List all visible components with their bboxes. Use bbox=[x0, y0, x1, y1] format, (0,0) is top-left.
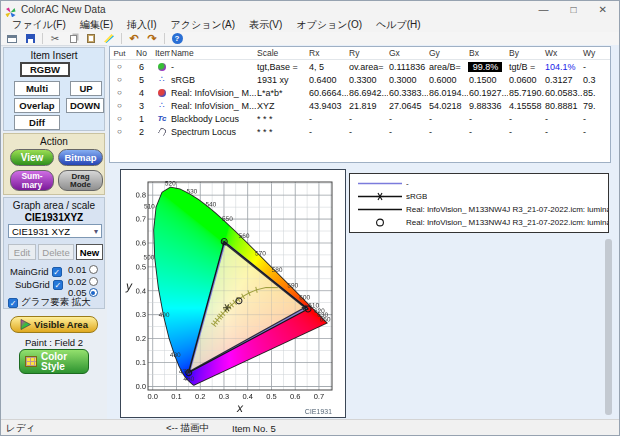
maximize-button[interactable]: □ bbox=[571, 4, 577, 15]
copy-icon[interactable] bbox=[65, 32, 81, 45]
minimize-button[interactable]: — bbox=[539, 4, 549, 15]
menu-item-4[interactable]: 表示(V) bbox=[242, 17, 289, 33]
graph-zoom-checkbox[interactable]: ✓ bbox=[8, 298, 18, 308]
grid-002-label: 0.02 bbox=[68, 276, 87, 287]
menu-item-3[interactable]: アクション(A) bbox=[164, 17, 243, 33]
put-marker[interactable]: ○ bbox=[110, 101, 128, 110]
menubar: ファイル(F)編集(E)挿入(I)アクション(A)表示(V)オプション(O)ヘル… bbox=[1, 17, 619, 32]
col-header-put[interactable]: Put bbox=[110, 49, 128, 58]
put-marker[interactable]: ○ bbox=[110, 62, 128, 71]
item-insert-panel: Item Insert RGBW Multi UP Overlap DOWN D… bbox=[3, 47, 105, 131]
maingrid-checkbox[interactable]: ✓ bbox=[52, 267, 62, 277]
view-button[interactable]: View bbox=[10, 149, 54, 166]
visible-area-button[interactable]: Visible Area bbox=[10, 316, 98, 333]
rgb-triangle-icon: ∴ bbox=[154, 74, 170, 85]
overlap-button[interactable]: Overlap bbox=[14, 98, 60, 113]
toolbar-separator bbox=[164, 33, 165, 44]
graph-scale-panel: Graph area / scale CIE1931XYZ CIE1931 XY… bbox=[3, 197, 105, 309]
put-marker[interactable]: ○ bbox=[110, 88, 128, 97]
item-insert-title: Item Insert bbox=[4, 50, 104, 61]
value-cell: 86.6942... bbox=[348, 88, 388, 98]
vertical-scrollbar[interactable] bbox=[605, 239, 612, 415]
paste-icon[interactable] bbox=[83, 32, 99, 45]
up-button[interactable]: UP bbox=[70, 81, 102, 96]
statusbar: レディ <-- 描画中 Item No. 5 bbox=[1, 419, 619, 436]
scale-select[interactable]: CIE1931 XYZ ▾ bbox=[8, 224, 102, 238]
new-button[interactable]: New bbox=[76, 244, 103, 260]
toolbar-separator bbox=[42, 33, 43, 44]
rgbw-button[interactable]: RGBW bbox=[20, 62, 70, 77]
value-cell: 104.1% bbox=[544, 62, 582, 72]
menu-item-1[interactable]: 編集(E) bbox=[73, 17, 120, 33]
item-name: Real: InfoVision_ M... bbox=[170, 101, 256, 111]
col-header-by[interactable]: By bbox=[508, 48, 544, 58]
down-button[interactable]: DOWN bbox=[66, 98, 104, 113]
table-header-row: PutNoItemNameScaleRxRyGxGyBxByWxWy bbox=[110, 47, 610, 60]
summary-label-2: mary bbox=[22, 181, 42, 190]
menu-item-5[interactable]: オプション(O) bbox=[289, 17, 369, 33]
save-icon[interactable] bbox=[22, 32, 38, 45]
grid-001-radio[interactable] bbox=[89, 265, 98, 274]
put-marker[interactable]: ○ bbox=[110, 127, 128, 136]
col-header-item[interactable]: Item bbox=[154, 48, 170, 58]
items-table[interactable]: PutNoItemNameScaleRxRyGxGyBxByWxWy○6-tgt… bbox=[109, 46, 611, 163]
titlebar: ColorAC New Data — □ ✕ bbox=[1, 1, 619, 17]
menu-item-6[interactable]: ヘルプ(H) bbox=[369, 17, 428, 33]
col-header-ry[interactable]: Ry bbox=[348, 48, 388, 58]
grid-002-radio[interactable] bbox=[89, 277, 98, 286]
value-cell: 0.111836 bbox=[388, 62, 428, 72]
value-cell: - bbox=[468, 127, 508, 137]
bottom-panel: Visible Area Paint : Field 2 ColorStyle … bbox=[3, 311, 105, 417]
table-row[interactable]: ○5∴sRGB1931 xy0.64000.33000.30000.60000.… bbox=[110, 73, 610, 86]
table-row[interactable]: ○1TcBlackbody Locus* * *-------- bbox=[110, 112, 610, 125]
table-row[interactable]: ○6-tgt,Base =4, 5ov.area=0.111836area/B=… bbox=[110, 60, 610, 73]
color-style-icon bbox=[25, 356, 37, 367]
summary-button[interactable]: Sum- mary bbox=[10, 170, 54, 191]
col-header-gy[interactable]: Gy bbox=[428, 48, 468, 58]
col-header-rx[interactable]: Rx bbox=[308, 48, 348, 58]
value-cell: - bbox=[308, 127, 348, 137]
diff-button[interactable]: Diff bbox=[14, 115, 60, 130]
window-title: ColorAC New Data bbox=[21, 4, 105, 15]
menu-item-2[interactable]: 挿入(I) bbox=[120, 17, 163, 33]
value-cell: 0.1500 bbox=[468, 75, 508, 85]
new-window-icon[interactable] bbox=[4, 32, 20, 45]
col-header-wx[interactable]: Wx bbox=[544, 48, 582, 58]
brush-icon[interactable] bbox=[101, 32, 117, 45]
subgrid-checkbox[interactable]: ✓ bbox=[53, 280, 63, 290]
delete-button[interactable]: Delete bbox=[38, 244, 74, 260]
value-cell: - bbox=[348, 127, 388, 137]
status-drawing: <-- 描画中 bbox=[166, 422, 228, 435]
put-marker[interactable]: ○ bbox=[110, 114, 128, 123]
col-header-no[interactable]: No bbox=[128, 48, 154, 58]
value-cell: 60.1927... bbox=[468, 88, 508, 98]
edit-button[interactable]: Edit bbox=[8, 244, 36, 260]
col-header-gx[interactable]: Gx bbox=[388, 48, 428, 58]
value-cell: 0.3127 bbox=[544, 75, 582, 85]
table-row[interactable]: ○3∴Real: InfoVision_ M...XYZ43.940321.81… bbox=[110, 99, 610, 112]
help-icon[interactable]: ? bbox=[169, 32, 185, 45]
undo-icon[interactable]: ↶ bbox=[126, 32, 142, 45]
table-row[interactable]: ○4Real: InfoVision_ M...L*a*b*60.6664...… bbox=[110, 86, 610, 99]
action-title: Action bbox=[4, 136, 104, 147]
item-scale: * * * bbox=[256, 114, 308, 124]
legend-panel: -sRGBReal: InfoVision_ M133NW4J R3_21-07… bbox=[349, 173, 609, 233]
drag-label-2: Mode bbox=[70, 181, 91, 189]
redo-icon[interactable]: ↷ bbox=[144, 32, 160, 45]
menu-item-0[interactable]: ファイル(F) bbox=[5, 17, 73, 33]
color-style-button[interactable]: ColorStyle bbox=[19, 349, 89, 374]
col-header-bx[interactable]: Bx bbox=[468, 48, 508, 58]
put-marker[interactable]: ○ bbox=[110, 75, 128, 84]
cut-icon[interactable]: ✂ bbox=[47, 32, 63, 45]
col-header-wy[interactable]: Wy bbox=[582, 48, 610, 58]
col-header-name[interactable]: Name bbox=[170, 48, 256, 58]
cie-chart-canvas[interactable] bbox=[121, 170, 345, 417]
item-number: 3 bbox=[128, 101, 154, 111]
multi-button[interactable]: Multi bbox=[14, 81, 60, 96]
drag-mode-button[interactable]: Drag Mode bbox=[58, 170, 103, 191]
close-button[interactable]: ✕ bbox=[599, 4, 607, 15]
col-header-scale[interactable]: Scale bbox=[256, 48, 308, 58]
table-row[interactable]: ○2Spectrum Locus* * *-------- bbox=[110, 125, 610, 138]
bitmap-button[interactable]: Bitmap bbox=[58, 149, 103, 166]
value-cell: 43.9403 bbox=[308, 101, 348, 111]
